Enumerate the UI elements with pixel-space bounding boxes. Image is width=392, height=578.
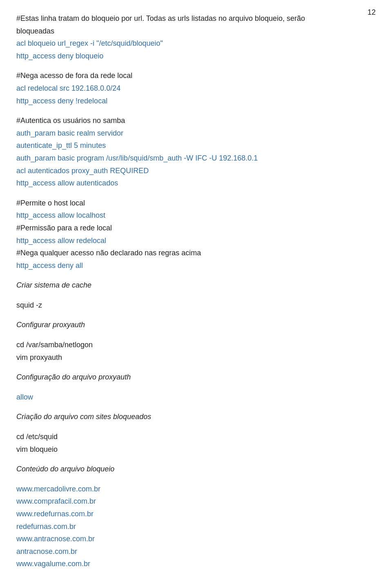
line13: http_access allow autenticados [16, 177, 376, 190]
line26-allow: allow [16, 391, 376, 404]
line23: cd /var/samba/netlogon [16, 339, 376, 351]
main-content: #Estas linha tratam do bloqueio por url.… [16, 12, 376, 570]
line21: squid -z [16, 299, 376, 312]
line31: www.mercadolivre.com.br [16, 483, 376, 495]
line24: vim proxyauth [16, 351, 376, 364]
line15: http_access allow localhost [16, 209, 376, 222]
line11: auth_param basic program /usr/lib/squid/… [16, 152, 376, 165]
line10: autenticate_ip_ttl 5 minutes [16, 139, 376, 152]
line5: #Nega acesso de fora da rede local [16, 69, 376, 82]
page-number: 12 [368, 8, 376, 17]
line30: Conteúdo do arquivo bloqueio [16, 463, 376, 475]
line12: acl autenticados proxy_auth REQUIRED [16, 165, 376, 177]
line25: Configuração do arquivo proxyauth [16, 371, 376, 384]
line4: http_access deny bloqueio [16, 50, 376, 62]
line34: redefurnas.com.br [16, 520, 376, 533]
line19: http_access deny all [16, 259, 376, 272]
line28: cd /etc/squid [16, 431, 376, 443]
line8: #Autentica os usuários no samba [16, 114, 376, 127]
line6: acl redelocal src 192.168.0.0/24 [16, 82, 376, 95]
line2: bloqueadas [16, 25, 376, 38]
line27: Criação do arquivo com sites bloqueados [16, 411, 376, 423]
line32: www.comprafacil.com.br [16, 495, 376, 508]
line3: acl bloqueio url_regex -i "/etc/squid/bl… [16, 37, 376, 50]
line22: Configurar proxyauth [16, 319, 376, 331]
line17: http_access allow redelocal [16, 234, 376, 247]
line14: #Permite o host local [16, 197, 376, 210]
line16: #Permissão para a rede local [16, 222, 376, 234]
line18: #Nega qualquer acesso não declarado nas … [16, 247, 376, 259]
line29: vim bloqueio [16, 443, 376, 456]
line33: www.redefurnas.com.br [16, 508, 376, 520]
line37: www.vagalume.com.br [16, 558, 376, 570]
line35: www.antracnose.com.br [16, 533, 376, 545]
line36: antracnose.com.br [16, 545, 376, 558]
line9: auth_param basic realm servidor [16, 127, 376, 140]
line1: #Estas linha tratam do bloqueio por url.… [16, 12, 376, 25]
line7: http_access deny !redelocal [16, 95, 376, 107]
line20: Criar sistema de cache [16, 279, 376, 292]
